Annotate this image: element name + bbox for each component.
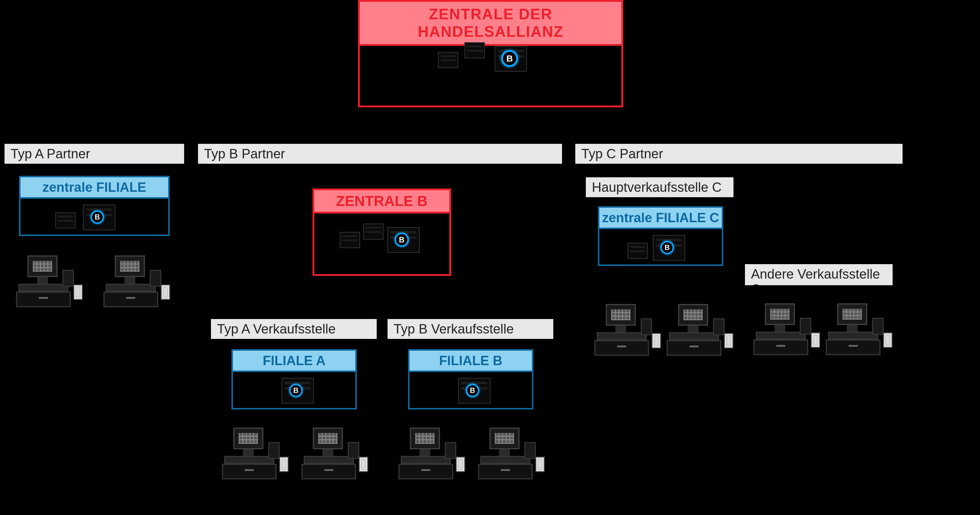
- partner-a-central-title: zentrale FILIALE: [21, 177, 168, 199]
- server-cluster-icon: B: [441, 375, 501, 418]
- partner-c: Typ C Partner Hauptverkaufsstelle C zent…: [574, 142, 904, 394]
- pos-terminal-icon: [16, 255, 76, 310]
- zentrale-handelsallianz: ZENTRALE DER HANDELSALLIANZ B: [358, 0, 623, 107]
- b-badge-icon: B: [501, 50, 518, 67]
- pos-terminal-icon: [301, 427, 362, 482]
- pos-terminal-icon: [594, 304, 655, 358]
- typ-b-verkaufsstelle: Typ B Verkaufsstelle FILIALE B B: [386, 317, 555, 498]
- typ-a-vk-title: Typ A Verkaufsstelle: [211, 319, 377, 340]
- server-cluster-icon: B: [264, 375, 324, 418]
- partner-b-title: Typ B Partner: [198, 144, 562, 165]
- pos-terminal-icon: [398, 427, 459, 482]
- filiale-a: FILIALE A B: [231, 349, 357, 410]
- b-badge-icon: B: [289, 384, 303, 397]
- typ-b-vk-title: Typ B Verkaufsstelle: [388, 319, 553, 340]
- pos-terminal-icon: [667, 304, 727, 358]
- hvk-c-title: Hauptverkaufsstelle C: [586, 177, 733, 199]
- pos-terminal-icon: [103, 255, 164, 310]
- b-badge-icon: B: [91, 210, 104, 224]
- server-cluster-icon: B: [55, 202, 134, 244]
- andere-verkaufsstelle-c: Andere Verkaufsstelle C: [743, 263, 894, 381]
- pos-terminal-icon: [826, 303, 886, 357]
- b-badge-icon: B: [660, 241, 674, 255]
- zentrale-b-title: ZENTRALE B: [314, 190, 449, 214]
- partner-a-title: Typ A Partner: [5, 144, 184, 165]
- filiale-b: FILIALE B B: [408, 349, 533, 410]
- b-badge-icon: B: [466, 384, 479, 397]
- pos-terminal-icon: [478, 427, 538, 482]
- filiale-a-title: FILIALE A: [233, 351, 355, 372]
- zentrale-b: ZENTRALE B B: [312, 188, 451, 276]
- partner-c-title: Typ C Partner: [575, 144, 902, 165]
- hauptverkaufsstelle-c: Hauptverkaufsstelle C zentrale FILIALE C…: [584, 176, 735, 381]
- diagram-canvas: ZENTRALE DER HANDELSALLIANZ B Typ A Part…: [0, 0, 980, 515]
- server-cluster-icon: B: [438, 38, 543, 80]
- server-cluster-icon: B: [340, 220, 424, 263]
- server-cluster-icon: B: [627, 233, 694, 275]
- partner-b: Typ B Partner ZENTRALE B B Typ A Verkauf…: [196, 142, 563, 507]
- pos-terminal-icon: [753, 303, 814, 357]
- partner-a: Typ A Partner zentrale FILIALE B: [3, 142, 186, 334]
- zentrale-filiale-c: zentrale FILIALE C B: [598, 206, 723, 266]
- b-badge-icon: B: [395, 233, 409, 247]
- typ-a-verkaufsstelle: Typ A Verkaufsstelle FILIALE A B: [210, 317, 378, 498]
- pos-terminal-icon: [222, 427, 282, 482]
- zfc-title: zentrale FILIALE C: [600, 208, 722, 229]
- filiale-b-title: FILIALE B: [410, 351, 532, 372]
- partner-a-central-filiale: zentrale FILIALE B: [19, 176, 170, 236]
